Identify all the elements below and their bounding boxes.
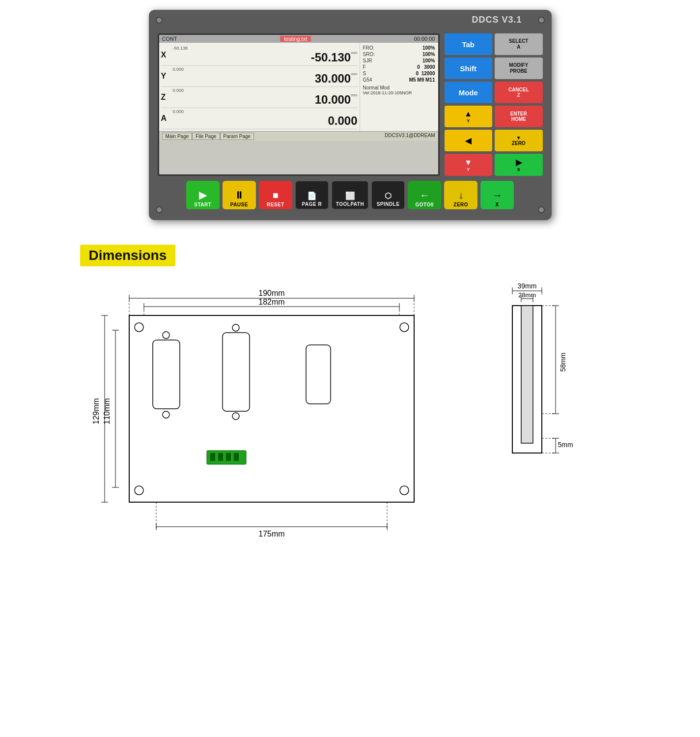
- zero-b-label: ZERO: [453, 202, 468, 207]
- mount-hole-br: [538, 206, 545, 213]
- screen-top-bar: CONT testing.txt 00:00:00: [159, 35, 438, 43]
- bottom-buttons: ▶ START ⏸ PAUSE ■ RESET 📄 PAGE R ⬜ TOOLP…: [158, 181, 543, 209]
- tab-button[interactable]: Tab: [445, 33, 493, 55]
- svg-text:190mm: 190mm: [258, 289, 284, 297]
- status-row-sro: SRO: 100%: [363, 51, 435, 57]
- axis-label-a: A: [161, 114, 171, 123]
- spindle-icon: ⬡: [385, 191, 392, 200]
- svg-text:182mm: 182mm: [258, 298, 284, 306]
- zero-b-button[interactable]: ↓ ZERO: [444, 181, 477, 209]
- status-row-fro: FRO: 100%: [363, 45, 435, 51]
- mount-hole-tl: [156, 17, 163, 24]
- screen-time: 00:00:00: [414, 36, 435, 42]
- svg-rect-11: [226, 453, 231, 461]
- mount-hole-bl: [156, 206, 163, 213]
- cancel-z-button[interactable]: CANCELZ: [495, 82, 543, 103]
- goto0-button[interactable]: ← GOTO0: [408, 181, 441, 209]
- x-right-button[interactable]: ▶ X: [495, 154, 543, 176]
- normal-mod: Normal Mod: [363, 85, 435, 90]
- axis-small-y: 0.000: [171, 67, 184, 72]
- screen-filename: testing.txt: [280, 36, 311, 42]
- axis-small-z: 0.000: [171, 88, 184, 93]
- tab-param[interactable]: Param Page: [220, 133, 254, 140]
- main-dim-svg: 190mm 182mm 129mm 110mm: [80, 276, 463, 561]
- axis-label-z: Z: [161, 93, 171, 102]
- svg-rect-44: [521, 306, 533, 443]
- tab-file[interactable]: File Page: [192, 133, 220, 140]
- reset-icon: ■: [273, 190, 279, 201]
- spindle-label: SPINDLE: [377, 201, 400, 207]
- status-row-sjr: SJR 100%: [363, 57, 435, 64]
- axis-unit-x: mm: [351, 51, 357, 55]
- axis-label-y: Y: [161, 72, 171, 81]
- spindle-button[interactable]: ⬡ SPINDLE: [371, 181, 405, 209]
- enter-home-button[interactable]: ENTERHOME: [495, 106, 543, 127]
- modify-probe-button[interactable]: MODIFYPROBE: [495, 57, 543, 79]
- version-text: Ver:2018-11-20-105NOR: [363, 90, 435, 95]
- page-r-icon: 📄: [307, 191, 317, 200]
- up-arrow-icon: ▲: [464, 110, 472, 118]
- status-label-sro: SRO:: [363, 52, 375, 57]
- axis-values-y: 0.000 30.000 mm: [171, 67, 358, 85]
- axis-values-x: -50.138 -50.130 mm: [171, 46, 358, 64]
- dim-side-diagram: 39mm 28mm 58mm 5mm: [483, 276, 581, 482]
- svg-text:28mm: 28mm: [518, 291, 535, 299]
- right-arrow-icon: ▶: [516, 158, 522, 167]
- zero-label: ZERO: [512, 141, 526, 146]
- page-r-button[interactable]: 📄 PAGE R: [295, 181, 329, 209]
- pause-label: PAUSE: [230, 202, 248, 207]
- dim-layout: 190mm 182mm 129mm 110mm: [80, 276, 620, 561]
- axis-values-a: 0.000 0.000: [171, 109, 358, 128]
- controller-body: CONT testing.txt 00:00:00 X -50.138 -50.…: [158, 33, 543, 176]
- axis-unit-z: mm: [351, 93, 357, 97]
- axis-row-a: A 0.000 0.000: [161, 108, 358, 129]
- status-value-f: 0 3000: [417, 64, 435, 70]
- start-button[interactable]: ▶ START: [186, 181, 220, 209]
- status-value-s: 0 12000: [416, 71, 435, 76]
- down-y-label: Y: [467, 167, 470, 172]
- status-value-sjr: 100%: [422, 58, 435, 63]
- axis-row-x: X -50.138 -50.130 mm: [161, 45, 358, 66]
- toolpath-button[interactable]: ⬜ TOOLPATH: [332, 181, 368, 209]
- zero-button[interactable]: ▼ ZERO: [495, 130, 543, 151]
- goto0-label: GOTO0: [416, 202, 434, 207]
- axis-large-y: 30.000: [315, 72, 351, 85]
- start-label: START: [194, 202, 211, 207]
- pause-button[interactable]: ⏸ PAUSE: [223, 181, 256, 209]
- down-arrow-icon: ▼: [464, 158, 472, 167]
- svg-text:39mm: 39mm: [517, 282, 536, 290]
- axis-large-x: -50.130: [311, 51, 351, 64]
- dimensions-title: Dimensions: [89, 248, 167, 263]
- arrow-up-button[interactable]: ▲ Y: [445, 106, 493, 127]
- arrow-down-button[interactable]: ▼ Y: [445, 154, 493, 176]
- status-value-g54: M5 M9 M11: [409, 77, 435, 83]
- screen-main: X -50.138 -50.130 mm Y: [159, 43, 438, 131]
- reset-button[interactable]: ■ RESET: [259, 181, 292, 209]
- axis-label-x: X: [161, 51, 171, 59]
- up-y-label: Y: [467, 118, 470, 123]
- side-dim-svg: 39mm 28mm 58mm 5mm: [483, 276, 581, 482]
- left-arrow-icon: ◀: [465, 136, 471, 145]
- tab-main[interactable]: Main Page: [162, 133, 193, 140]
- ddcs-version: DDCSV3.1@DDREAM: [385, 133, 435, 140]
- axis-small-x: -50.138: [171, 46, 188, 51]
- status-row-s: S 0 12000: [363, 70, 435, 77]
- svg-rect-9: [210, 453, 215, 461]
- shift-button[interactable]: Shift: [445, 57, 493, 79]
- axis-unit-y: mm: [351, 72, 357, 76]
- status-label-s: S: [363, 71, 366, 76]
- start-icon: ▶: [199, 189, 206, 201]
- zero-b-icon: ↓: [458, 190, 463, 201]
- zero-arrow-icon: ▼: [516, 135, 521, 141]
- axis-large-z: 10.000: [315, 93, 351, 107]
- status-label-g54: G54: [363, 77, 372, 83]
- toolpath-icon: ⬜: [345, 191, 355, 200]
- status-row-f: F 0 3000: [363, 64, 435, 70]
- select-a-button[interactable]: SELECTA: [495, 33, 543, 55]
- svg-text:110mm: 110mm: [103, 398, 111, 424]
- status-label-fro: FRO:: [363, 45, 375, 51]
- page-r-label: PAGE R: [302, 201, 322, 207]
- x-b-button[interactable]: → X: [480, 181, 514, 209]
- mode-button[interactable]: Mode: [445, 82, 493, 103]
- arrow-left-button[interactable]: ◀: [445, 130, 493, 151]
